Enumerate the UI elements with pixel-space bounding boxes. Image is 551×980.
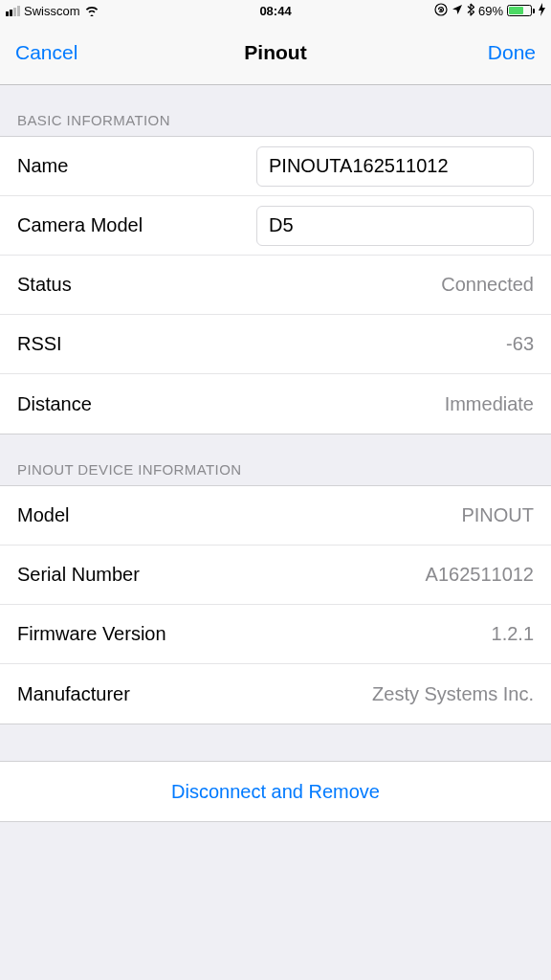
battery-icon	[507, 5, 535, 16]
charging-icon	[539, 3, 545, 19]
camera-model-input[interactable]	[256, 206, 534, 246]
serial-value: A162511012	[426, 564, 534, 586]
row-model: Model PINOUT	[0, 486, 551, 546]
section-header-basic: BASIC INFORMATION	[0, 85, 551, 136]
section-header-device: PINOUT DEVICE INFORMATION	[0, 434, 551, 485]
name-input[interactable]	[256, 146, 534, 187]
model-value: PINOUT	[461, 504, 534, 526]
manufacturer-label: Manufacturer	[17, 683, 130, 705]
disconnect-remove-button[interactable]: Disconnect and Remove	[0, 762, 551, 821]
distance-label: Distance	[17, 393, 92, 415]
carrier-label: Swisscom	[24, 4, 80, 18]
row-distance: Distance Immediate	[0, 374, 551, 434]
row-camera-model: Camera Model	[0, 196, 551, 256]
status-time: 08:44	[259, 4, 291, 18]
manufacturer-value: Zesty Systems Inc.	[372, 683, 534, 705]
row-status: Status Connected	[0, 256, 551, 315]
done-button[interactable]: Done	[488, 41, 536, 64]
status-left: Swisscom	[6, 4, 99, 18]
name-label: Name	[17, 155, 68, 177]
row-manufacturer: Manufacturer Zesty Systems Inc.	[0, 664, 551, 724]
section-basic: Name Camera Model Status Connected RSSI …	[0, 136, 551, 434]
battery-percent: 69%	[478, 4, 503, 18]
status-bar: Swisscom 08:44 69%	[0, 0, 551, 21]
row-serial: Serial Number A162511012	[0, 546, 551, 605]
serial-label: Serial Number	[17, 564, 140, 586]
model-label: Model	[17, 504, 69, 526]
rssi-value: -63	[506, 333, 534, 355]
content: BASIC INFORMATION Name Camera Model Stat…	[0, 85, 551, 822]
wifi-icon	[84, 5, 99, 16]
rotation-lock-icon	[434, 3, 448, 19]
cancel-button[interactable]: Cancel	[15, 41, 77, 64]
status-label: Status	[17, 274, 72, 296]
section-device: Model PINOUT Serial Number A162511012 Fi…	[0, 485, 551, 724]
camera-model-label: Camera Model	[17, 214, 143, 236]
status-value: Connected	[441, 274, 534, 296]
bluetooth-icon	[467, 3, 474, 19]
firmware-label: Firmware Version	[17, 623, 166, 645]
row-firmware: Firmware Version 1.2.1	[0, 605, 551, 664]
row-rssi: RSSI -63	[0, 315, 551, 374]
rssi-label: RSSI	[17, 333, 62, 355]
section-action: Disconnect and Remove	[0, 761, 551, 822]
nav-bar: Cancel Pinout Done	[0, 21, 551, 85]
location-icon	[452, 4, 463, 18]
row-name: Name	[0, 137, 551, 196]
status-right: 69%	[434, 3, 545, 19]
svg-rect-1	[440, 9, 442, 11]
signal-strength-icon	[6, 6, 20, 16]
distance-value: Immediate	[445, 393, 534, 415]
firmware-value: 1.2.1	[492, 623, 534, 645]
page-title: Pinout	[244, 41, 306, 64]
